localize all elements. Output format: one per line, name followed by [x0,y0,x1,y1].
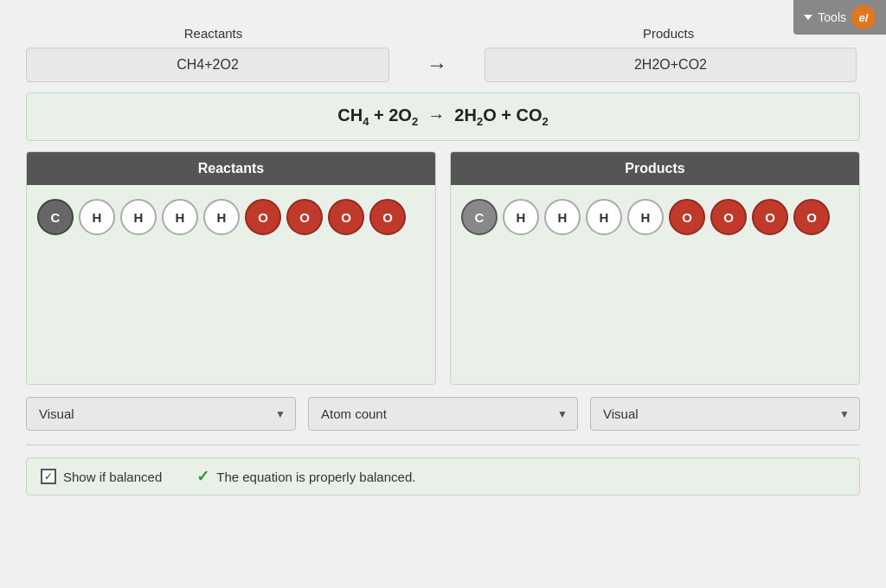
balance-status: ✓ The equation is properly balanced. [196,467,415,486]
atom-c: C [461,199,498,235]
atom-o: O [752,199,788,235]
show-balanced-checkbox[interactable]: ✓ [41,469,56,484]
atom-o: O [793,199,830,235]
atom-o: O [286,199,323,235]
reactants-header-label: Reactants [35,26,392,41]
tools-dropdown-arrow [804,15,812,20]
divider [26,444,860,445]
reactants-input[interactable]: CH4+2O2 [26,48,389,82]
panels-row: Reactants CHHHHOOOO Products CHHHHOOOO [26,151,860,385]
atom-c: C [37,199,74,235]
right-view-dropdown[interactable]: VisualAtom countFormula [590,397,860,431]
atom-h: H [627,199,664,235]
atom-o: O [369,199,406,235]
atom-h: H [503,199,539,235]
tools-icon: el [851,5,876,29]
input-row: CH4+2O2 → 2H2O+CO2 [26,48,860,82]
atom-h: H [162,199,198,235]
products-panel-header: Products [451,152,859,185]
checkbox-check-icon: ✓ [44,470,53,483]
atom-h: H [203,199,240,235]
left-view-dropdown[interactable]: VisualAtom countFormula [26,397,296,431]
balanced-status-text: The equation is properly balanced. [216,470,415,484]
center-dropdown-wrap: VisualAtom countFormula ▼ [308,397,578,431]
products-panel-body: CHHHHOOOO [451,185,859,384]
dropdowns-row: VisualAtom countFormula ▼ VisualAtom cou… [26,397,860,431]
tools-label: Tools [818,10,846,24]
equation-display-banner: CH4 + 2O2 → 2H2O + CO2 [26,93,860,141]
reactants-panel: Reactants CHHHHOOOO [26,151,436,385]
balanced-check-icon: ✓ [196,467,209,486]
reactants-panel-header: Reactants [27,152,435,185]
atom-h: H [586,199,622,235]
balance-row: ✓ Show if balanced ✓ The equation is pro… [26,457,860,495]
show-balanced-control: ✓ Show if balanced [41,469,162,484]
atom-o: O [328,199,364,235]
show-balanced-label: Show if balanced [63,470,162,484]
reactants-panel-body: CHHHHOOOO [27,185,435,384]
equation-arrow: → [389,53,485,77]
atom-h: H [120,199,157,235]
left-dropdown-wrap: VisualAtom countFormula ▼ [26,397,296,431]
products-panel: Products CHHHHOOOO [450,151,860,385]
atom-o: O [245,199,281,235]
tools-button[interactable]: Tools el [793,0,886,35]
equation-header: Reactants Products [26,26,860,41]
atom-o: O [669,199,705,235]
products-input[interactable]: 2H2O+CO2 [485,48,857,82]
atom-o: O [710,199,747,235]
atom-h: H [79,199,115,235]
center-view-dropdown[interactable]: VisualAtom countFormula [308,397,578,431]
right-dropdown-wrap: VisualAtom countFormula ▼ [590,397,860,431]
atom-h: H [544,199,581,235]
